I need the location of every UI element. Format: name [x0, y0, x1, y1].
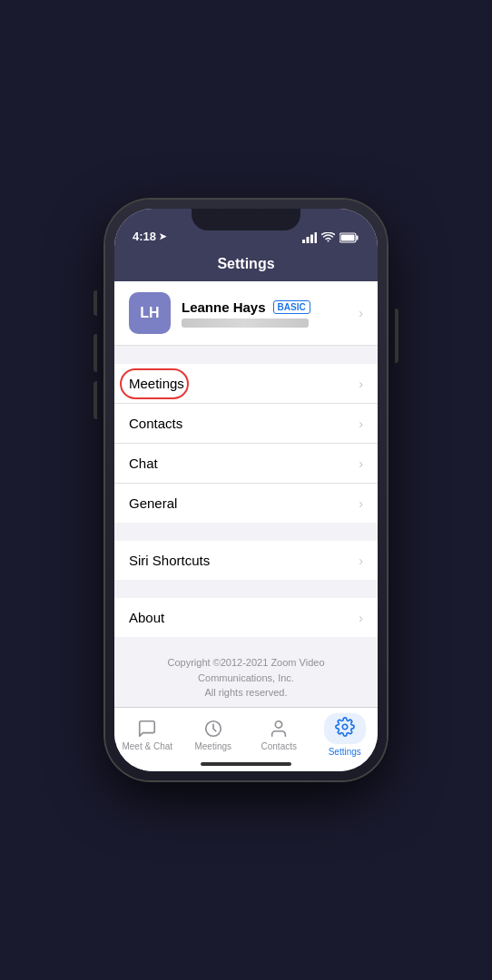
wifi-icon — [321, 232, 335, 243]
phone-screen: 4:18 ➤ — [114, 209, 378, 771]
chat-label: Chat — [129, 456, 351, 471]
meet-chat-icon — [136, 719, 158, 739]
home-indicator — [201, 762, 291, 766]
profile-badge: BASIC — [273, 300, 310, 314]
meetings-label: Meetings — [129, 376, 351, 391]
about-label: About — [129, 610, 351, 625]
svg-rect-2 — [310, 235, 313, 244]
settings-group-1: Meetings › Contacts › Chat › General › — [114, 364, 378, 523]
svg-rect-1 — [307, 237, 310, 243]
svg-rect-5 — [357, 236, 359, 240]
about-chevron-icon: › — [359, 611, 363, 625]
settings-tab-icon — [335, 717, 355, 737]
settings-item-chat[interactable]: Chat › — [114, 444, 378, 484]
status-icons — [302, 232, 359, 243]
page-title: Settings — [114, 256, 378, 272]
tab-contacts[interactable]: Contacts — [246, 719, 312, 751]
tab-meet-chat[interactable]: Meet & Chat — [114, 719, 181, 751]
tab-meetings[interactable]: Meetings — [181, 719, 247, 751]
mute-button — [93, 290, 97, 316]
profile-email-blurred — [182, 318, 309, 328]
signal-icon — [302, 232, 317, 243]
contacts-tab-label: Contacts — [261, 741, 297, 751]
status-time: 4:18 ➤ — [133, 230, 166, 243]
meetings-tab-label: Meetings — [194, 741, 231, 751]
settings-group-2: Siri Shortcuts › — [114, 541, 378, 580]
settings-group-3: About › — [114, 598, 378, 637]
settings-item-siri[interactable]: Siri Shortcuts › — [114, 541, 378, 580]
settings-content: LH Leanne Hays BASIC › Meetings › — [114, 281, 378, 707]
general-label: General — [129, 495, 351, 511]
profile-info: Leanne Hays BASIC — [182, 299, 351, 328]
contacts-label: Contacts — [129, 416, 351, 431]
svg-point-8 — [276, 721, 282, 728]
volume-down-button — [93, 381, 97, 419]
location-icon: ➤ — [159, 231, 166, 241]
settings-tab-label: Settings — [329, 747, 361, 757]
profile-row[interactable]: LH Leanne Hays BASIC › — [114, 281, 378, 346]
settings-tab-bg — [324, 713, 366, 744]
copyright-text: Copyright ©2012-2021 Zoom Video Communic… — [114, 637, 378, 707]
settings-item-contacts[interactable]: Contacts › — [114, 404, 378, 444]
general-chevron-icon: › — [359, 496, 363, 511]
page-header: Settings — [114, 249, 378, 281]
svg-point-9 — [342, 724, 348, 730]
siri-chevron-icon: › — [359, 554, 363, 568]
power-button — [395, 309, 399, 363]
avatar: LH — [129, 292, 171, 334]
phone-frame: 4:18 ➤ — [105, 200, 387, 780]
svg-rect-6 — [341, 235, 355, 241]
svg-rect-3 — [315, 232, 318, 243]
battery-icon — [339, 232, 359, 243]
volume-up-button — [93, 334, 97, 372]
chat-chevron-icon: › — [359, 456, 363, 471]
meetings-chevron-icon: › — [359, 377, 363, 391]
contacts-tab-icon — [268, 719, 290, 739]
profile-chevron-icon: › — [359, 306, 363, 320]
siri-label: Siri Shortcuts — [129, 553, 351, 568]
meetings-tab-icon — [202, 719, 224, 739]
notch — [192, 209, 300, 230]
settings-item-about[interactable]: About › — [114, 598, 378, 637]
settings-item-general[interactable]: General › — [114, 484, 378, 523]
profile-name: Leanne Hays — [182, 299, 266, 315]
tab-settings[interactable]: Settings — [312, 713, 379, 757]
svg-rect-0 — [302, 240, 305, 243]
contacts-chevron-icon: › — [359, 416, 363, 431]
profile-name-row: Leanne Hays BASIC — [182, 299, 351, 315]
settings-item-meetings[interactable]: Meetings › — [114, 364, 378, 404]
meet-chat-label: Meet & Chat — [122, 741, 172, 751]
